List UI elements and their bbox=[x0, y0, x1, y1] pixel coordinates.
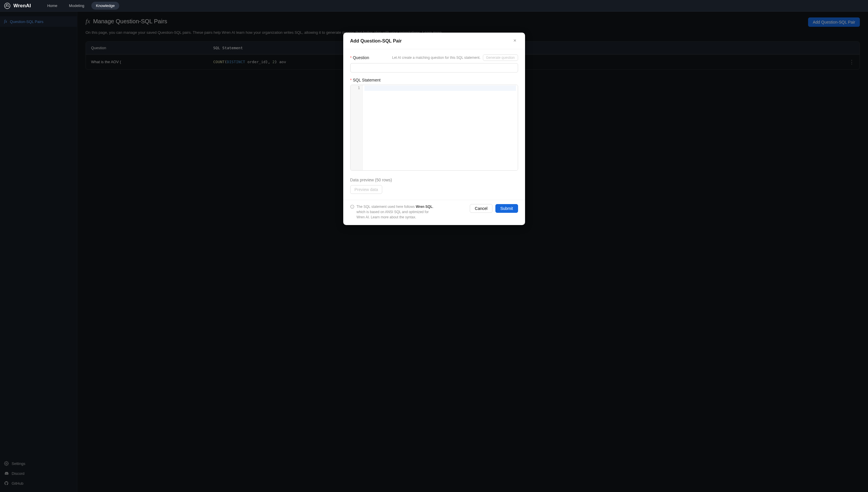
footer-note: The SQL statement used here follows Wren… bbox=[350, 204, 438, 220]
nav-home[interactable]: Home bbox=[43, 2, 62, 9]
main-nav: Home Modeling Knowledge bbox=[43, 2, 119, 9]
preview-label: Data preview (50 rows) bbox=[350, 178, 518, 182]
nav-modeling[interactable]: Modeling bbox=[64, 2, 89, 9]
nav-knowledge[interactable]: Knowledge bbox=[91, 2, 119, 9]
close-button[interactable] bbox=[512, 37, 518, 45]
question-input[interactable] bbox=[350, 63, 518, 73]
logo-icon bbox=[3, 2, 11, 9]
add-pair-modal: Add Question-SQL Pair *Question Let AI c… bbox=[343, 32, 525, 225]
line-gutter: 1 bbox=[350, 85, 363, 170]
logo[interactable]: WrenAI bbox=[3, 2, 31, 9]
code-area[interactable] bbox=[363, 85, 518, 170]
submit-button[interactable]: Submit bbox=[495, 204, 518, 213]
svg-point-0 bbox=[4, 3, 10, 9]
modal-title: Add Question-SQL Pair bbox=[350, 39, 402, 44]
sql-editor[interactable]: 1 bbox=[350, 85, 518, 171]
info-icon bbox=[350, 205, 354, 209]
cancel-button[interactable]: Cancel bbox=[470, 204, 493, 213]
question-label: *Question bbox=[350, 55, 369, 60]
logo-text: WrenAI bbox=[14, 3, 31, 9]
preview-data-button[interactable]: Preview data bbox=[350, 185, 383, 194]
question-hint: Let AI create a matching question for th… bbox=[392, 56, 480, 60]
modal-overlay[interactable]: Add Question-SQL Pair *Question Let AI c… bbox=[0, 11, 868, 492]
app-header: WrenAI Home Modeling Knowledge bbox=[0, 0, 868, 11]
sql-label: *SQL Statement bbox=[350, 78, 381, 82]
close-icon bbox=[513, 39, 517, 43]
svg-point-1 bbox=[6, 5, 7, 5]
generate-question-button[interactable]: Generate question bbox=[483, 54, 518, 61]
